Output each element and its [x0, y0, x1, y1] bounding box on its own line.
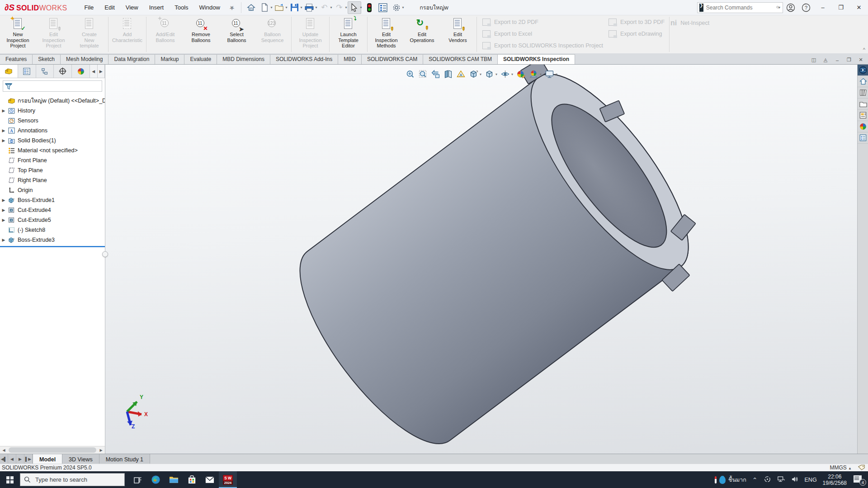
next-tab-icon[interactable]: ▶ [16, 454, 24, 464]
cloud-services-icon[interactable] [858, 65, 868, 76]
expand-arrow-icon[interactable]: ▶ [0, 138, 7, 143]
custom-properties-icon[interactable] [858, 132, 868, 144]
redo-dropdown[interactable]: ▾ [345, 5, 347, 9]
tree-item-boss-extrude1[interactable]: ▶ Boss-Extrude1 [0, 195, 105, 205]
select-cursor-button[interactable] [348, 1, 361, 14]
help-icon[interactable]: ? [798, 1, 814, 14]
scroll-right-icon[interactable]: ▶ [97, 446, 105, 454]
appearances-icon[interactable] [858, 121, 868, 132]
edit-appearance-icon[interactable] [515, 68, 527, 80]
export-edrawing-button[interactable]: Export eDrawing [609, 30, 665, 38]
export-to-3d-pdf-button[interactable]: Export to 3D PDF [609, 18, 665, 26]
menu-insert[interactable]: Insert [144, 0, 170, 14]
tree-item-top-plane[interactable]: Top Plane [0, 165, 105, 175]
net-inspect-button[interactable]: niNet-Inspect [670, 19, 709, 27]
menu-edit[interactable]: Edit [99, 0, 120, 14]
zoom-to-area-icon[interactable] [417, 68, 429, 80]
new-inspection-project-button[interactable]: ✦✓ New Inspection Project [0, 15, 36, 53]
search-commands-box[interactable]: ❯_ ▾ [697, 2, 783, 13]
apply-scene-dropdown[interactable]: ▾ [540, 72, 542, 76]
tree-item-material[interactable]: Material <not specified> [0, 145, 105, 155]
tab-motion-study-1[interactable]: Motion Study 1 [99, 454, 150, 464]
file-explorer-icon[interactable] [165, 471, 183, 488]
tree-item-cut-extrude5[interactable]: ▶ Cut-Extrude5 [0, 215, 105, 225]
annotation-views-icon[interactable]: A [455, 68, 467, 80]
tab-data-migration[interactable]: Data Migration [108, 54, 155, 64]
menu-tools[interactable]: Tools [169, 0, 193, 14]
tab-mesh-modeling[interactable]: Mesh Modeling [60, 54, 108, 64]
solidworks-app-icon[interactable]: S W2024 [219, 471, 237, 488]
featuremanager-tree-tab[interactable] [0, 65, 18, 78]
tab-solidworks-cam[interactable]: SOLIDWORKS CAM [361, 54, 423, 64]
tab-mbd[interactable]: MBD [338, 54, 362, 64]
panel-splitter-handle[interactable] [102, 251, 108, 257]
pane-split-icon[interactable]: ◫ [810, 57, 817, 63]
displaymanager-tab[interactable] [72, 65, 90, 78]
undo-button[interactable]: ↶ [317, 1, 331, 14]
doc-minimize-icon[interactable]: – [834, 57, 841, 63]
tree-item-right-plane[interactable]: Right Plane [0, 175, 105, 185]
weather-widget[interactable]: ชื้นมาก [715, 475, 746, 484]
search-dropdown[interactable]: ▾ [778, 5, 780, 9]
view-orientation-dropdown[interactable]: ▾ [480, 72, 481, 76]
tab-solidworks-cam-tbm[interactable]: SOLIDWORKS CAM TBM [423, 54, 498, 64]
edit-inspection-project-button[interactable]: ✏ Edit Inspection Project [36, 15, 71, 53]
tree-tabs-scroll-right-icon[interactable]: ▶ [98, 65, 105, 78]
new-document-button[interactable] [258, 1, 271, 14]
tab-evaluate[interactable]: Evaluate [184, 54, 217, 64]
tree-item-cut-extrude4[interactable]: ▶ Cut-Extrude4 [0, 205, 105, 215]
volume-icon[interactable] [791, 476, 799, 484]
pane-view-icon[interactable]: ◬ [822, 57, 829, 63]
scrollbar-thumb[interactable] [9, 447, 96, 453]
create-new-template-button[interactable]: Create New template [71, 15, 107, 53]
display-style-icon[interactable] [483, 68, 495, 80]
prev-tab-icon[interactable]: ◀ [8, 454, 16, 464]
inspection-traffic-light-icon[interactable] [363, 1, 376, 14]
hide-show-items-icon[interactable] [499, 68, 511, 80]
clock[interactable]: 22:06 19/6/2568 [823, 474, 847, 486]
tray-expand-chevron[interactable]: ⌃ [752, 476, 758, 483]
edit-vendors-button[interactable]: ✏ Edit Vendors [440, 15, 476, 53]
tree-item-sketch8[interactable]: (-) Sketch8 [0, 225, 105, 235]
remove-balloons-button[interactable]: 11✕ Remove Balloons [183, 15, 219, 53]
onedrive-icon[interactable] [764, 476, 771, 484]
tree-item-solid-bodies[interactable]: ▶ Solid Bodies(1) [0, 136, 105, 145]
file-explorer-icon[interactable] [858, 99, 868, 110]
view-orientation-icon[interactable] [467, 68, 479, 80]
configuration-manager-tab[interactable] [36, 65, 54, 78]
menu-view[interactable]: View [120, 0, 144, 14]
doc-restore-icon[interactable]: ❐ [845, 57, 853, 63]
apply-scene-icon[interactable] [528, 68, 539, 80]
tree-item-sensors[interactable]: Sensors [0, 116, 105, 126]
edge-browser-icon[interactable] [146, 471, 165, 488]
design-library-icon[interactable] [858, 87, 868, 99]
expand-arrow-icon[interactable]: ▶ [0, 218, 7, 222]
expand-arrow-icon[interactable]: ▶ [0, 198, 7, 202]
view-palette-icon[interactable] [858, 110, 868, 121]
tree-item-front-plane[interactable]: Front Plane [0, 155, 105, 165]
menu-window[interactable]: Window [194, 0, 226, 14]
mail-icon[interactable] [201, 471, 219, 488]
launch-template-editor-button[interactable]: ⤵ Launch Template Editor [330, 15, 366, 53]
units-selector[interactable]: MMGS ▲ [830, 465, 852, 471]
language-indicator[interactable]: ENG [805, 477, 817, 483]
view-settings-icon[interactable] [543, 68, 555, 80]
section-view-icon[interactable] [442, 68, 454, 80]
tree-filter-box[interactable] [3, 80, 102, 92]
dimxpert-manager-tab[interactable] [54, 65, 72, 78]
taskbar-search-box[interactable]: Type here to search [20, 473, 125, 486]
home-button[interactable] [244, 1, 258, 14]
undo-dropdown[interactable]: ▾ [330, 5, 332, 9]
update-inspection-project-button[interactable]: Update Inspection Project [292, 15, 328, 53]
tab-3d-views[interactable]: 3D Views [62, 454, 99, 464]
search-commands-input[interactable] [706, 5, 776, 11]
tab-solidworks-inspection[interactable]: SOLIDWORKS Inspection [497, 54, 575, 64]
expand-arrow-icon[interactable]: ▶ [0, 128, 7, 133]
tab-model[interactable]: Model [33, 454, 62, 464]
microsoft-store-icon[interactable] [183, 471, 201, 488]
graphics-viewport[interactable]: A ▾ ▾ ▾ ▾ ▾ Y X Z [105, 65, 857, 454]
network-icon[interactable] [777, 476, 785, 484]
tree-item-annotations[interactable]: ▶ A Annotations [0, 126, 105, 136]
tree-horizontal-scrollbar[interactable]: ◀ ▶ [0, 446, 105, 454]
tab-solidworks-addins[interactable]: SOLIDWORKS Add-Ins [270, 54, 338, 64]
